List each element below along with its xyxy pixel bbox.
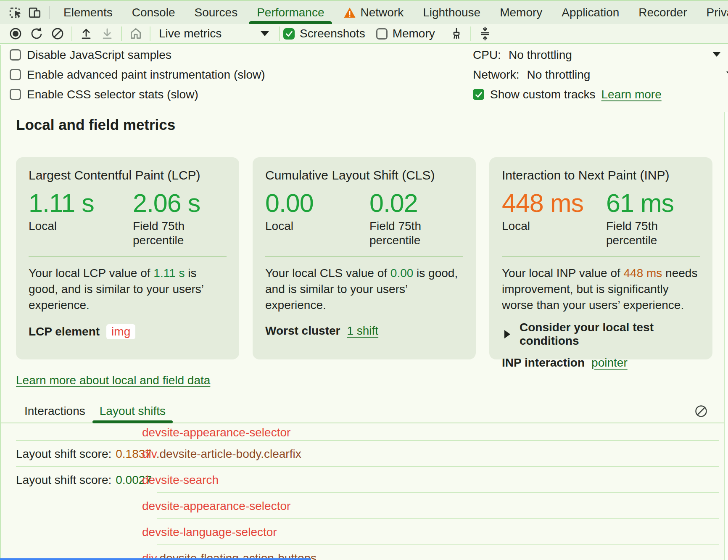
inp-interaction-label: INP interaction: [502, 356, 585, 370]
tab-console[interactable]: Console: [122, 1, 185, 24]
element-link[interactable]: devsite-appearance-selector: [142, 426, 290, 439]
warning-icon: [343, 7, 356, 18]
tab-application[interactable]: Application: [552, 1, 629, 24]
lcp-field-label: Field 75th percentile: [133, 219, 208, 248]
toolbar-separator: [470, 26, 471, 41]
worst-cluster-link[interactable]: 1 shift: [347, 324, 378, 338]
table-row[interactable]: devsite-language-selector: [1, 519, 724, 545]
custom-tracks-learn-more-link[interactable]: Learn more: [601, 88, 662, 101]
device-toolbar-button[interactable]: [25, 3, 45, 22]
card-divider: [29, 256, 227, 257]
css-selector-stats-checkbox[interactable]: [10, 89, 21, 100]
save-profile-button[interactable]: [97, 25, 118, 42]
memory-checkbox[interactable]: [376, 28, 388, 40]
lcp-element-label: LCP element: [29, 325, 100, 338]
screenshots-checkbox[interactable]: [283, 28, 295, 40]
element-link[interactable]: devsite-appearance-selector: [142, 499, 290, 512]
inp-local-value: 448 ms: [502, 189, 606, 217]
reload-icon: [30, 27, 43, 40]
card-divider: [265, 256, 463, 257]
lcp-inline-value: 1.11 s: [153, 267, 185, 280]
record-button[interactable]: [5, 25, 26, 42]
tab-privacy-sandbox[interactable]: Privacy Sandbox: [696, 1, 728, 24]
record-and-reload-button[interactable]: [26, 25, 47, 42]
lcp-field-value: 2.06 s: [133, 189, 227, 217]
table-row[interactable]: devsite-appearance-selector: [1, 424, 724, 441]
tab-recorder[interactable]: Recorder: [629, 1, 696, 24]
inp-inline-value: 448 ms: [624, 267, 662, 280]
tab-lighthouse[interactable]: Lighthouse: [413, 1, 490, 24]
network-label: Network:: [473, 68, 519, 82]
chevron-down-icon[interactable]: [726, 71, 728, 77]
element-link[interactable]: devsite-search: [142, 473, 219, 486]
layout-shifts-table: devsite-appearance-selector Layout shift…: [1, 424, 724, 560]
tab-memory[interactable]: Memory: [490, 1, 552, 24]
chevron-down-icon[interactable]: [712, 52, 721, 57]
learn-more-field-data-link[interactable]: Learn more about local and field data: [16, 374, 210, 387]
table-row[interactable]: Layout shift score:0.1837 div.devsite-ar…: [1, 441, 724, 467]
lcp-card: Largest Contentful Paint (LCP) 1.11 s Lo…: [16, 157, 239, 359]
network-throttle-row: Network: No throttling: [473, 65, 728, 85]
inp-field-label: Field 75th percentile: [606, 219, 682, 248]
lcp-element-chip[interactable]: img: [106, 324, 135, 339]
cls-card-title: Cumulative Layout Shift (CLS): [265, 168, 463, 182]
card-divider: [502, 256, 700, 257]
lcp-description: Your local LCP value of 1.11 s is good, …: [29, 265, 227, 313]
panel-mode-select[interactable]: Live metrics: [154, 27, 276, 40]
local-test-conditions-label: Consider your local test conditions: [520, 321, 700, 348]
tab-layout-shifts[interactable]: Layout shifts: [92, 399, 173, 423]
cls-local-value: 0.00: [265, 189, 369, 217]
tab-interactions[interactable]: Interactions: [17, 399, 92, 423]
table-row[interactable]: Layout shift score:0.0027 devsite-search: [1, 467, 724, 493]
block-icon: [51, 27, 64, 40]
cls-local-label: Local: [265, 219, 341, 233]
gc-button[interactable]: [446, 25, 467, 42]
disable-js-samples-label: Disable JavaScript samples: [27, 48, 171, 62]
inspect-cursor-icon: [8, 5, 23, 20]
cpu-throttle-row: CPU: No throttling: [473, 45, 728, 65]
lcp-local-label: Local: [29, 219, 104, 233]
home-button[interactable]: [125, 25, 146, 42]
memory-label: Memory: [393, 27, 435, 40]
toolbar-separator: [121, 26, 122, 41]
toolbar-separator: [279, 26, 280, 41]
show-custom-tracks-checkbox[interactable]: [473, 89, 484, 100]
local-test-conditions-expander[interactable]: Consider your local test conditions: [502, 321, 700, 348]
score-label: Layout shift score:: [16, 447, 111, 460]
metric-cards: Largest Contentful Paint (LCP) 1.11 s Lo…: [16, 157, 712, 359]
cpu-throttle-select[interactable]: No throttling: [509, 48, 572, 62]
advanced-paint-checkbox[interactable]: [10, 69, 21, 80]
scrollbar-gutter[interactable]: [724, 112, 728, 560]
table-row[interactable]: div.devsite-floating-action-buttons: [1, 545, 724, 560]
lcp-footer: LCP element img: [29, 324, 227, 339]
inp-footer: INP interaction pointer: [502, 356, 700, 370]
clear-button[interactable]: [47, 25, 68, 42]
element-link[interactable]: div: [142, 447, 156, 460]
disable-js-samples-checkbox[interactable]: [10, 49, 21, 61]
chevron-down-icon: [261, 31, 269, 36]
inp-field-value: 61 ms: [606, 189, 700, 217]
tabbar-separator: [49, 6, 50, 19]
css-selector-stats-label: Enable CSS selector stats (slow): [27, 88, 198, 101]
network-throttle-select[interactable]: No throttling: [527, 68, 590, 82]
collapse-button[interactable]: [475, 25, 496, 42]
element-link[interactable]: devsite-language-selector: [142, 526, 277, 539]
live-metrics-view: Local and field metrics Largest Contentf…: [1, 112, 728, 560]
tab-elements[interactable]: Elements: [54, 1, 122, 24]
tab-performance[interactable]: Performance: [247, 1, 334, 24]
selected-row-edge: [0, 558, 311, 560]
score-label: Layout shift score:: [16, 473, 111, 486]
load-profile-button[interactable]: [76, 25, 97, 42]
inp-interaction-link[interactable]: pointer: [591, 356, 628, 370]
clear-log-button[interactable]: [694, 404, 708, 418]
element-classes[interactable]: .devsite-article-body.clearfix: [156, 447, 301, 460]
tab-network[interactable]: Network: [334, 1, 413, 24]
inspect-element-button[interactable]: [6, 3, 25, 22]
device-toolbar-icon: [28, 5, 42, 20]
upload-icon: [79, 27, 93, 40]
toolbar-separator: [150, 26, 150, 41]
table-row[interactable]: devsite-appearance-selector: [1, 493, 724, 519]
tab-sources[interactable]: Sources: [185, 1, 247, 24]
inp-card-title: Interaction to Next Paint (INP): [502, 168, 700, 182]
expand-triangle-icon: [504, 330, 510, 338]
